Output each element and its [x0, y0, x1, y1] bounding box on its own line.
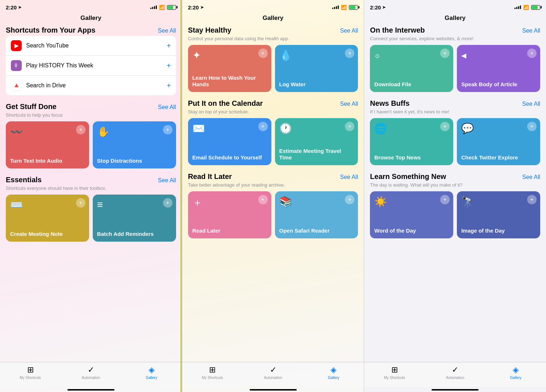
section-title-essentials: Essentials	[6, 176, 42, 184]
add-card-btn-13[interactable]: +	[440, 122, 450, 131]
gallery-tab-label-2: Gallery	[328, 376, 339, 380]
card-label-turn-text: Turn Text Into Audio	[10, 158, 85, 164]
scroll-content-2[interactable]: Stay Healthy See All Control your person…	[182, 26, 364, 362]
add-card-btn-12[interactable]: +	[527, 49, 537, 58]
plus-circle-icon: ＋	[192, 196, 267, 209]
see-all-news[interactable]: See All	[522, 101, 540, 107]
status-time-3: 2:20 ➤	[370, 4, 385, 11]
tab-automation-1[interactable]: ✓ Automation	[61, 365, 121, 380]
status-time-2: 2:20 ➤	[188, 4, 204, 11]
automation-tab-icon-2: ✓	[270, 365, 276, 375]
add-drive-button[interactable]: +	[167, 82, 171, 90]
section-header-news: News Buffs See All	[370, 99, 540, 108]
add-card-btn-5[interactable]: +	[258, 49, 268, 58]
phone-panel-2: 2:20 ➤ 📶 Gallery Stay Healthy See All Co…	[182, 0, 364, 392]
tab-gallery-3[interactable]: ◈ Gallery	[485, 365, 546, 380]
card-label-email-schedule: Email Schedule to Yourself	[192, 154, 267, 161]
add-card-btn-2[interactable]: +	[163, 125, 172, 134]
section-shortcuts-apps: Shortcuts from Your Apps See All ▶ Searc…	[6, 26, 176, 95]
card-word-of-day[interactable]: ☀️ + Word of the Day	[370, 191, 453, 238]
tab-my-shortcuts-1[interactable]: ⊞ My Shortcuts	[0, 365, 61, 380]
add-card-btn-3[interactable]: +	[76, 198, 86, 208]
card-label-create-meeting: Create Meeting Note	[10, 231, 85, 237]
card-read-later[interactable]: ＋ + Read Later	[188, 191, 271, 238]
tab-gallery-1[interactable]: ◈ Gallery	[121, 365, 182, 380]
section-title-gsd: Get Stuff Done	[6, 103, 57, 111]
see-all-calendar[interactable]: See All	[340, 101, 358, 107]
see-all-interweb[interactable]: See All	[522, 28, 540, 34]
list-icon: ≡	[97, 199, 172, 210]
add-card-btn-4[interactable]: +	[163, 198, 172, 208]
speaker-icon: ◂	[461, 49, 536, 61]
card-label-word-of-day: Word of the Day	[374, 228, 449, 234]
add-card-btn-16[interactable]: +	[527, 195, 537, 204]
section-get-stuff-done: Get Stuff Done See All Shortcuts to help…	[6, 103, 176, 168]
card-download-file[interactable]: ⬦ + Download File	[370, 45, 453, 92]
tab-automation-3[interactable]: ✓ Automation	[425, 365, 485, 380]
see-all-gsd[interactable]: See All	[158, 104, 176, 110]
app-item-history[interactable]: 🎙 Play HISTORY This Week +	[6, 56, 176, 76]
add-card-btn-7[interactable]: +	[258, 122, 268, 131]
card-travel-time[interactable]: 🕐 + Estimate Meeting Travel Time	[275, 118, 358, 165]
app-name-history: Play HISTORY This Week	[26, 62, 162, 69]
add-card-btn-9[interactable]: +	[258, 195, 268, 204]
add-card-btn-1[interactable]: +	[76, 125, 86, 134]
section-essentials: Essentials See All Shortcuts everyone sh…	[6, 176, 176, 242]
see-all-shortcuts[interactable]: See All	[158, 28, 176, 34]
add-history-button[interactable]: +	[167, 62, 171, 70]
status-icons-2: 📶	[332, 5, 358, 10]
cards-row-essentials: ⌨️ + Create Meeting Note ≡ + Batch Add R…	[6, 195, 176, 242]
see-all-healthy[interactable]: See All	[340, 28, 358, 34]
nav-title-2: Gallery	[182, 13, 364, 26]
add-card-btn-14[interactable]: +	[527, 122, 537, 131]
section-header-interweb: On the Interweb See All	[370, 26, 540, 34]
automation-tab-icon-1: ✓	[88, 365, 94, 375]
cards-row-news: 🌐 + Browse Top News 💬 + Check Twitter Ex…	[370, 118, 540, 165]
card-twitter-explore[interactable]: 💬 + Check Twitter Explore	[457, 118, 540, 165]
app-name-drive: Search in Drive	[26, 82, 162, 89]
app-name-youtube: Search YouTube	[26, 42, 162, 49]
tab-gallery-2[interactable]: ◈ Gallery	[303, 365, 364, 380]
see-all-read-later[interactable]: See All	[340, 174, 358, 180]
tab-my-shortcuts-3[interactable]: ⊞ My Shortcuts	[364, 365, 425, 380]
scroll-content-1[interactable]: Shortcuts from Your Apps See All ▶ Searc…	[0, 26, 182, 362]
tab-my-shortcuts-2[interactable]: ⊞ My Shortcuts	[182, 365, 243, 380]
section-header-gsd: Get Stuff Done See All	[6, 103, 176, 111]
shortcuts-tab-icon-2: ⊞	[209, 365, 216, 375]
scroll-content-3[interactable]: On the Interweb See All Connect your ser…	[364, 26, 546, 362]
card-safari-reader[interactable]: 📚 + Open Safari Reader	[275, 191, 358, 238]
tab-automation-2[interactable]: ✓ Automation	[243, 365, 303, 380]
app-list: ▶ Search YouTube + 🎙 Play HISTORY This W…	[6, 36, 176, 95]
wifi-icon-1: 📶	[159, 5, 165, 10]
card-create-meeting[interactable]: ⌨️ + Create Meeting Note	[6, 195, 89, 242]
see-all-essentials[interactable]: See All	[158, 177, 176, 184]
youtube-icon: ▶	[11, 40, 22, 51]
add-youtube-button[interactable]: +	[167, 42, 171, 50]
card-email-schedule[interactable]: ✉️ + Email Schedule to Yourself	[188, 118, 271, 165]
app-item-youtube[interactable]: ▶ Search YouTube +	[6, 36, 176, 56]
cards-row-calendar: ✉️ + Email Schedule to Yourself 🕐 + Esti…	[188, 118, 358, 165]
shortcuts-tab-label-3: My Shortcuts	[384, 376, 405, 380]
section-header-shortcuts: Shortcuts from Your Apps See All	[6, 26, 176, 34]
see-all-learn[interactable]: See All	[522, 174, 540, 180]
card-log-water[interactable]: 💧 + Log Water	[275, 45, 358, 92]
globe-icon: 🌐	[374, 122, 449, 134]
app-item-drive[interactable]: 🔺 Search in Drive +	[6, 76, 176, 95]
card-image-of-day[interactable]: 🔭 + Image of the Day	[457, 191, 540, 238]
download-icon: ⬦	[374, 49, 449, 61]
add-card-btn-11[interactable]: +	[440, 49, 450, 58]
home-indicator-3	[432, 389, 479, 391]
books-icon: 📚	[279, 196, 354, 208]
status-icons-3: 📶	[514, 5, 540, 10]
card-stop-distractions[interactable]: ✋ + Stop Distractions	[93, 121, 176, 168]
card-wash-hands[interactable]: ✦ + Learn How to Wash Your Hands	[188, 45, 271, 92]
cards-row-gsd: 〰️ + Turn Text Into Audio ✋ + Stop Distr…	[6, 121, 176, 168]
card-turn-text-audio[interactable]: 〰️ + Turn Text Into Audio	[6, 121, 89, 168]
card-batch-reminders[interactable]: ≡ + Batch Add Reminders	[93, 195, 176, 242]
section-title-healthy: Stay Healthy	[188, 26, 232, 34]
card-speak-body[interactable]: ◂ + Speak Body of Article	[457, 45, 540, 92]
wifi-icon-2: 📶	[341, 5, 347, 10]
add-card-btn-15[interactable]: +	[440, 195, 450, 204]
card-browse-news[interactable]: 🌐 + Browse Top News	[370, 118, 453, 165]
status-bar-2: 2:20 ➤ 📶	[182, 0, 364, 13]
